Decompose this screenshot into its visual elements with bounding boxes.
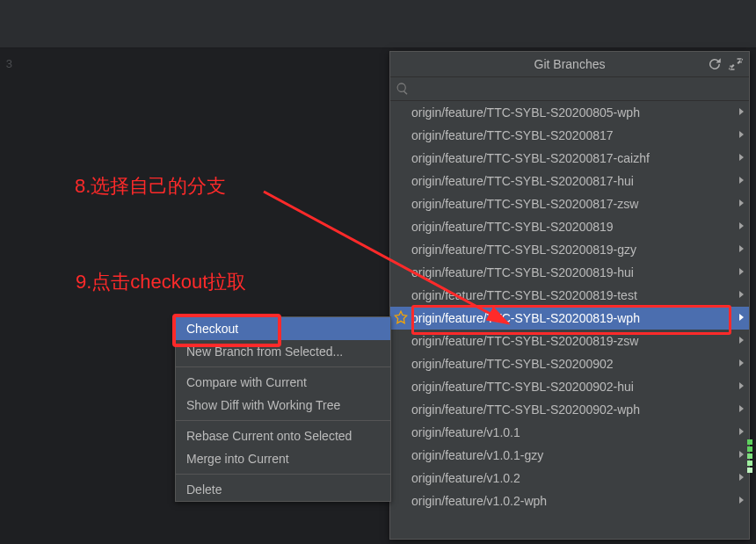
branch-item[interactable]: origin/feature/v1.0.2-wph — [390, 490, 749, 512]
branch-item[interactable]: origin/feature/TTC-SYBL-S20200819 — [390, 215, 749, 238]
star-icon — [394, 310, 408, 324]
branch-item[interactable]: origin/feature/TTC-SYBL-S20200819-gzy — [390, 238, 749, 261]
context-menu-item[interactable]: Show Diff with Working Tree — [176, 394, 390, 417]
chevron-right-icon — [739, 291, 744, 298]
branch-label: origin/feature/v1.0.2 — [411, 471, 520, 485]
chevron-right-icon — [739, 405, 744, 412]
editor-tabbar-area — [0, 0, 756, 47]
branch-item[interactable]: origin/feature/TTC-SYBL-S20200817 — [390, 124, 749, 147]
branch-item[interactable]: origin/feature/TTC-SYBL-S20200817-zsw — [390, 192, 749, 215]
gutter-line-number: 3 — [0, 57, 12, 70]
chevron-right-icon — [739, 314, 744, 321]
chevron-right-icon — [739, 268, 744, 275]
branch-label: origin/feature/TTC-SYBL-S20200819-zsw — [411, 334, 638, 348]
chevron-right-icon — [739, 428, 744, 435]
chevron-right-icon — [739, 474, 744, 481]
branch-item[interactable]: origin/feature/v1.0.1 — [390, 421, 749, 444]
branch-item[interactable]: origin/feature/TTC-SYBL-S20200902-wph — [390, 398, 749, 421]
branch-item[interactable]: origin/feature/TTC-SYBL-S20200817-caizhf — [390, 147, 749, 170]
chevron-right-icon — [739, 177, 744, 184]
branch-list: origin/feature/TTC-SYBL-S20200805-wphori… — [390, 101, 749, 540]
branch-label: origin/feature/v1.0.2-wph — [411, 494, 547, 508]
context-menu-item[interactable]: Compare with Current — [176, 371, 390, 394]
chevron-right-icon — [739, 359, 744, 366]
chevron-right-icon — [739, 131, 744, 138]
refresh-icon[interactable] — [707, 56, 723, 72]
menu-separator — [176, 474, 390, 475]
branch-label: origin/feature/TTC-SYBL-S20200817-caizhf — [411, 151, 650, 165]
search-icon — [396, 82, 410, 96]
branch-label: origin/feature/v1.0.1-gzy — [411, 448, 543, 462]
branch-item[interactable]: origin/feature/TTC-SYBL-S20200819-zsw — [390, 330, 749, 352]
chevron-right-icon — [739, 199, 744, 207]
git-branches-title: Git Branches — [390, 52, 749, 77]
branch-item[interactable]: origin/feature/TTC-SYBL-S20200817-hui — [390, 170, 749, 192]
shrink-icon[interactable] — [728, 56, 744, 72]
menu-separator — [176, 420, 390, 421]
memory-meter — [747, 439, 752, 483]
branch-label: origin/feature/TTC-SYBL-S20200819-test — [411, 288, 637, 302]
branch-label: origin/feature/TTC-SYBL-S20200817-hui — [411, 174, 634, 188]
git-branches-title-text: Git Branches — [534, 57, 606, 71]
branch-label: origin/feature/TTC-SYBL-S20200817-zsw — [411, 197, 638, 211]
branch-item[interactable]: origin/feature/v1.0.2 — [390, 467, 749, 490]
chevron-right-icon — [739, 222, 744, 229]
context-menu-item[interactable]: New Branch from Selected... — [176, 340, 390, 363]
chevron-right-icon — [739, 154, 744, 161]
branch-item[interactable]: origin/feature/TTC-SYBL-S20200902 — [390, 352, 749, 375]
context-menu-item[interactable]: Checkout — [176, 317, 390, 340]
branch-label: origin/feature/TTC-SYBL-S20200819 — [411, 220, 614, 234]
context-menu-item[interactable]: Merge into Current — [176, 447, 390, 470]
branch-label: origin/feature/TTC-SYBL-S20200902-hui — [411, 380, 634, 394]
branch-label: origin/feature/v1.0.1 — [411, 425, 520, 439]
branch-context-menu: CheckoutNew Branch from Selected...Compa… — [175, 316, 391, 502]
git-branches-popup: Git Branches origin/feature/TTC-SYBL-S20… — [389, 51, 750, 540]
chevron-right-icon — [739, 108, 744, 115]
branch-label: origin/feature/TTC-SYBL-S20200817 — [411, 128, 614, 142]
chevron-right-icon — [739, 451, 744, 458]
branch-label: origin/feature/TTC-SYBL-S20200902-wph — [411, 403, 640, 417]
branch-label: origin/feature/TTC-SYBL-S20200902 — [411, 357, 614, 371]
annotation-text-9: 9.点击checkout拉取 — [76, 269, 246, 295]
branch-search-input[interactable] — [410, 81, 744, 97]
branch-search-row[interactable] — [390, 77, 749, 101]
annotation-text-8: 8.选择自己的分支 — [75, 173, 226, 199]
context-menu-item[interactable]: Rebase Current onto Selected — [176, 424, 390, 447]
branch-label: origin/feature/TTC-SYBL-S20200805-wph — [411, 105, 640, 120]
chevron-right-icon — [739, 382, 744, 389]
branch-item[interactable]: origin/feature/TTC-SYBL-S20200805-wph — [390, 101, 749, 124]
chevron-right-icon — [739, 337, 744, 344]
branch-label: origin/feature/TTC-SYBL-S20200819-hui — [411, 265, 634, 279]
branch-item[interactable]: origin/feature/TTC-SYBL-S20200902-hui — [390, 375, 749, 398]
branch-label: origin/feature/TTC-SYBL-S20200819-wph — [411, 311, 640, 325]
branch-item[interactable]: origin/feature/TTC-SYBL-S20200819-hui — [390, 261, 749, 284]
branch-item[interactable]: origin/feature/TTC-SYBL-S20200819-wph — [390, 307, 749, 330]
chevron-right-icon — [739, 497, 744, 504]
branch-label: origin/feature/TTC-SYBL-S20200819-gzy — [411, 243, 636, 257]
menu-separator — [176, 366, 390, 367]
chevron-right-icon — [739, 245, 744, 252]
branch-item[interactable]: origin/feature/TTC-SYBL-S20200819-test — [390, 284, 749, 307]
context-menu-item[interactable]: Delete — [176, 478, 390, 501]
branch-item[interactable]: origin/feature/v1.0.1-gzy — [390, 444, 749, 467]
